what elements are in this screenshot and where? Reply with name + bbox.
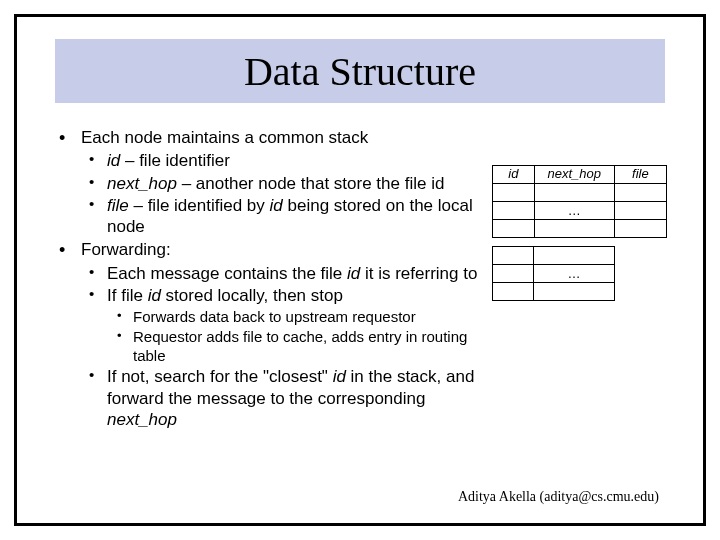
id-term: id — [333, 367, 346, 386]
col-nexthop: next_hop — [534, 166, 614, 184]
bullet-1c-mid: – file identified by — [129, 196, 270, 215]
bullet-2b: If file id stored locally, then stop For… — [81, 285, 482, 366]
bullet-2a-pre: Each message contains the file — [107, 264, 347, 283]
col-file: file — [614, 166, 666, 184]
slide-footer: Aditya Akella (aditya@cs.cmu.edu) — [458, 488, 659, 506]
bullet-1: Each node maintains a common stack id – … — [53, 127, 482, 237]
col-id: id — [493, 166, 535, 184]
bullet-2a: Each message contains the file id it is … — [81, 263, 482, 284]
slide-frame: Data Structure id next_hop file … … — [14, 14, 706, 526]
stack-table-lower: … — [492, 246, 615, 301]
bullet-2c: If not, search for the "closest" id in t… — [81, 366, 482, 430]
bullet-1a: id – file identifier — [81, 150, 482, 171]
vellipsis-icon: … — [534, 202, 614, 220]
bullet-1a-rest: – file identifier — [120, 151, 230, 170]
id-term: id — [148, 286, 161, 305]
slide-content: id next_hop file … … Each node maintains… — [53, 127, 667, 505]
bullet-2b-pre: If file — [107, 286, 148, 305]
id-term: id — [107, 151, 120, 170]
nexthop-term: next_hop — [107, 410, 177, 429]
bullet-2-text: Forwarding: — [81, 240, 171, 259]
bullet-2c-pre: If not, search for the "closest" — [107, 367, 333, 386]
bullet-2b2: Requestor adds file to cache, adds entry… — [107, 328, 482, 366]
stack-diagram: id next_hop file … … — [492, 165, 667, 301]
bullet-2b1: Forwards data back to upstream requestor — [107, 308, 482, 327]
title-band: Data Structure — [55, 39, 665, 103]
bullet-1b-rest: – another node that store the file id — [177, 174, 444, 193]
bullet-1c: file – file identified by id being store… — [81, 195, 482, 238]
id-term: id — [270, 196, 283, 215]
file-term: file — [107, 196, 129, 215]
bullet-2: Forwarding: Each message contains the fi… — [53, 239, 482, 430]
bullet-2b-post: stored locally, then stop — [161, 286, 343, 305]
bullet-1b: next_hop – another node that store the f… — [81, 173, 482, 194]
bullet-2a-post: it is referring to — [360, 264, 477, 283]
stack-table-upper: id next_hop file … — [492, 165, 667, 238]
nexthop-term: next_hop — [107, 174, 177, 193]
vellipsis-icon: … — [534, 265, 614, 283]
id-term: id — [347, 264, 360, 283]
bullet-1-text: Each node maintains a common stack — [81, 128, 368, 147]
slide-title: Data Structure — [244, 48, 476, 95]
